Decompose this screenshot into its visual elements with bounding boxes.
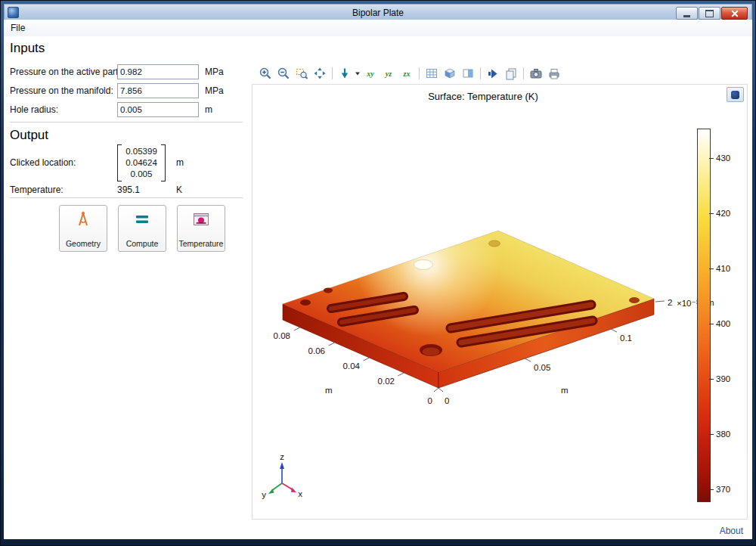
- colorbar-tick: 390: [716, 374, 730, 383]
- clicked-location-label: Clicked location:: [10, 157, 76, 168]
- zoom-in-button[interactable]: [256, 65, 274, 82]
- hole-radius-input[interactable]: [117, 102, 199, 117]
- y-tick-0: 0: [428, 396, 432, 405]
- show-grid-button[interactable]: [423, 65, 441, 82]
- field-label-active-pressure: Pressure on the active part:: [10, 67, 121, 77]
- zoom-in-icon: [259, 67, 272, 80]
- zoom-out-button[interactable]: [274, 65, 293, 82]
- compute-button-label: Compute: [126, 239, 159, 248]
- geometry-button-label: Geometry: [66, 239, 101, 248]
- snapshot-button[interactable]: [527, 65, 545, 82]
- view-dropdown-button[interactable]: [354, 66, 361, 81]
- manifold-pressure-input[interactable]: [117, 83, 199, 98]
- matrix-bracket-right: [161, 144, 166, 181]
- zoom-box-icon: [295, 67, 308, 80]
- plot-canvas[interactable]: Surface: Temperature (K): [252, 84, 748, 520]
- copy-graphics-button[interactable]: [502, 65, 520, 82]
- menu-file[interactable]: File: [4, 20, 32, 36]
- compute-equals-icon: [132, 209, 152, 229]
- x-axis-unit: m: [561, 386, 569, 395]
- toolbar-separator: [523, 67, 524, 79]
- titlebar[interactable]: Bipolar Plate: [4, 4, 752, 21]
- minimize-button[interactable]: [676, 7, 698, 20]
- go-to-zx-view-button[interactable]: zx: [398, 65, 416, 82]
- y-tick-008: 0.08: [274, 331, 290, 340]
- select-icon: [486, 67, 500, 80]
- field-unit-hole-radius: m: [205, 104, 212, 115]
- chevron-down-icon: [355, 70, 361, 76]
- go-to-xy-view-button[interactable]: xy: [361, 65, 380, 82]
- copy-icon: [504, 67, 518, 80]
- output-heading: Output: [10, 128, 48, 143]
- plate-3d-surface[interactable]: [283, 231, 654, 388]
- toolbar-separator: [332, 67, 333, 79]
- temperature-unit: K: [176, 185, 182, 195]
- about-link[interactable]: About: [720, 526, 743, 536]
- maximize-icon: [705, 10, 714, 17]
- transparency-button[interactable]: [459, 65, 477, 82]
- app-content: Inputs Pressure on the active part: MPa …: [4, 36, 752, 539]
- colorbar-tick: 380: [716, 430, 730, 439]
- grid-icon: [425, 67, 438, 80]
- field-label-hole-radius: Hole radius:: [10, 104, 58, 115]
- triad-y-label: y: [262, 490, 266, 499]
- triad-z-label: z: [280, 452, 284, 461]
- inputs-heading: Inputs: [10, 41, 45, 56]
- go-to-yz-view-button[interactable]: yz: [380, 65, 398, 82]
- clicked-location-unit: m: [176, 157, 184, 168]
- field-unit-manifold-pressure: MPa: [205, 85, 224, 96]
- toolbar-separator: [419, 67, 420, 79]
- y-tick-002: 0.02: [378, 377, 395, 386]
- temperature-button-label: Temperature: [179, 239, 224, 248]
- coordinate-triad: z y x: [262, 452, 302, 499]
- geometry-compass-icon: [73, 209, 93, 229]
- temperature-plot-button[interactable]: Temperature: [177, 205, 225, 252]
- colorbar-tick: 430: [716, 154, 730, 163]
- yz-view-label: yz: [386, 70, 392, 78]
- field-unit-active-pressure: MPa: [205, 67, 224, 77]
- temperature-surface-plot: 0.08 0.06 0.04 0.02 0 m 0 0.05 0.1 m 2 ×…: [253, 85, 748, 520]
- clicked-x: 0.05399: [125, 146, 158, 157]
- default-view-arrow-icon: [338, 67, 352, 80]
- z-axis-exponent: ×10⁻³: [677, 299, 699, 308]
- minimize-icon: [683, 15, 690, 17]
- x-tick-01: 0.1: [620, 333, 632, 343]
- clicked-y: 0.04624: [125, 157, 158, 169]
- zoom-box-button[interactable]: [293, 65, 311, 82]
- colorbar-tick: 420: [716, 209, 730, 218]
- printer-icon: [547, 67, 561, 80]
- x-tick-0: 0: [445, 396, 449, 405]
- field-label-manifold-pressure: Pressure on the manifold:: [10, 85, 113, 96]
- maximize-button[interactable]: [699, 7, 720, 20]
- scene-light-button[interactable]: [441, 65, 459, 82]
- x-tick-005: 0.05: [534, 363, 550, 372]
- compute-button[interactable]: Compute: [118, 205, 166, 252]
- inputs-panel: Inputs Pressure on the active part: MPa …: [4, 36, 250, 539]
- z-tick-2: 2: [668, 298, 672, 307]
- clicked-z: 0.005: [125, 169, 158, 180]
- print-button[interactable]: [545, 65, 563, 82]
- zoom-extents-icon: [313, 67, 327, 80]
- y-tick-004: 0.04: [343, 361, 361, 371]
- transparency-icon: [461, 67, 475, 80]
- menubar: File: [4, 20, 752, 37]
- graphics-panel: xy yz zx: [250, 36, 752, 539]
- separator: [10, 122, 243, 123]
- zoom-out-icon: [277, 67, 290, 80]
- geometry-button[interactable]: Geometry: [59, 205, 107, 252]
- zoom-extents-button[interactable]: [311, 65, 329, 82]
- select-button[interactable]: [484, 65, 502, 82]
- triad-x-label: x: [298, 489, 302, 498]
- colorbar-tick: 370: [716, 485, 730, 494]
- window-title: Bipolar Plate: [5, 8, 751, 18]
- close-button[interactable]: [721, 7, 748, 20]
- xy-view-label: xy: [367, 70, 373, 78]
- temperature-plot-icon: [191, 209, 211, 229]
- camera-icon: [529, 67, 543, 80]
- go-to-default-view-button[interactable]: [336, 65, 354, 82]
- clicked-location-matrix: 0.05399 0.04624 0.005: [117, 144, 166, 181]
- y-axis-unit: m: [325, 386, 333, 395]
- active-pressure-input[interactable]: [117, 64, 199, 79]
- temperature-colorbar: [697, 129, 711, 502]
- temperature-label: Temperature:: [10, 185, 64, 195]
